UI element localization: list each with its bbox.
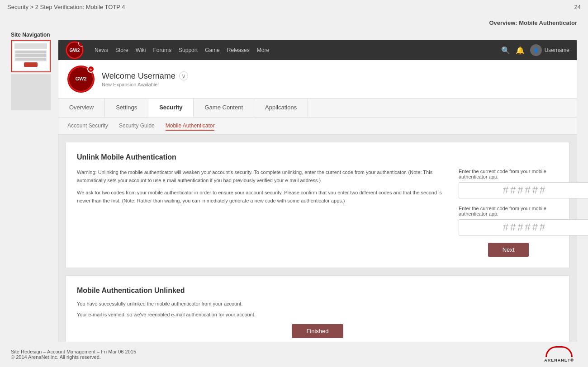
card-left: Warning: Unlinking the mobile authentica…	[77, 169, 444, 257]
thumb-row	[15, 54, 46, 57]
sections-area: Unlink Mobile Authentication Warning: Un…	[58, 135, 577, 364]
unlink-card: Unlink Mobile Authentication Warning: Un…	[66, 142, 569, 268]
thumb-content	[14, 50, 47, 61]
field2-label: Enter the current code from your mobile …	[459, 206, 558, 216]
sub-tab-security-guide[interactable]: Security Guide	[119, 122, 155, 131]
nav-game[interactable]: Game	[205, 47, 220, 53]
nav-wiki[interactable]: Wiki	[136, 47, 146, 53]
footer-line1: Site Redesign – Account Management – Fri…	[11, 349, 136, 354]
sidebar-spacer	[11, 74, 51, 110]
nav-bar: GW2 + News Store Wiki Forums Support Gam…	[58, 40, 577, 60]
code-input-2[interactable]	[459, 219, 588, 235]
nav-user[interactable]: 👤 Username	[530, 44, 569, 56]
tab-applications[interactable]: Applications	[254, 99, 308, 118]
footer: Site Redesign – Account Management – Fri…	[0, 342, 588, 367]
sub-tab-account-security[interactable]: Account Security	[67, 122, 108, 131]
welcome-heading: Welcome Username ∨	[102, 71, 188, 81]
nav-right: 🔍 🔔 👤 Username	[501, 44, 569, 56]
profile-bar: GW2 + Welcome Username ∨ New Expansion A…	[58, 60, 577, 99]
code-input-1[interactable]	[459, 182, 588, 198]
nav-more[interactable]: More	[257, 47, 269, 53]
logo-badge: +	[78, 41, 84, 47]
thumb-row	[15, 58, 46, 61]
nav-releases[interactable]: Releases	[227, 47, 250, 53]
tab-bar: Overview Settings Security Game Content …	[58, 99, 577, 118]
nav-forums[interactable]: Forums	[153, 47, 171, 53]
footer-logo-text: ARENANET®	[544, 358, 574, 362]
tab-game-content[interactable]: Game Content	[194, 99, 254, 118]
footer-logo: ARENANET®	[541, 345, 577, 363]
card-right: Enter the current code from your mobile …	[459, 169, 558, 257]
field-group-1: Enter the current code from your mobile …	[459, 169, 558, 198]
profile-logo: GW2 +	[67, 66, 95, 93]
main-layout: GW2 + News Store Wiki Forums Support Gam…	[0, 40, 588, 367]
profile-chevron[interactable]: ∨	[179, 71, 188, 80]
thumb-row	[15, 51, 46, 53]
thumbnail-inner	[13, 42, 49, 71]
field2-row: ✓	[459, 219, 558, 235]
site-nav-label: Site Navigation	[11, 32, 588, 38]
search-icon[interactable]: 🔍	[501, 46, 510, 55]
next-button[interactable]: Next	[488, 243, 529, 257]
nav-news[interactable]: News	[95, 47, 108, 53]
success-card: Mobile Authentication Unlinked You have …	[66, 275, 569, 349]
right-header: Overview: Mobile Authenticator	[0, 14, 588, 28]
overview-label: Overview: Mobile Authenticator	[489, 19, 577, 26]
username-label: Username	[545, 47, 569, 53]
site-logo[interactable]: GW2 +	[66, 41, 84, 59]
field1-label: Enter the current code from your mobile …	[459, 169, 558, 179]
nav-store[interactable]: Store	[115, 47, 128, 53]
nav-support[interactable]: Support	[179, 47, 198, 53]
tab-settings[interactable]: Settings	[105, 99, 148, 118]
field-group-2: Enter the current code from your mobile …	[459, 206, 558, 235]
thumb-btn	[24, 62, 38, 67]
warning-text: Warning: Unlinking the mobile authentica…	[77, 169, 444, 184]
sidebar	[11, 40, 51, 364]
thumb-header	[14, 43, 47, 49]
notification-icon[interactable]: 🔔	[516, 46, 525, 55]
tab-overview[interactable]: Overview	[58, 99, 105, 118]
footer-text: Site Redesign – Account Management – Fri…	[11, 349, 136, 360]
unlink-title: Unlink Mobile Authentication	[77, 153, 558, 161]
page-number: 24	[574, 4, 581, 10]
welcome-text: Welcome Username	[102, 71, 175, 81]
success-text: You have successfully unlinked the mobil…	[77, 300, 558, 319]
content-area: GW2 + News Store Wiki Forums Support Gam…	[58, 40, 577, 364]
footer-line2: © 2014 ArenaNet Inc. All rights reserved…	[11, 354, 136, 360]
expansion-text: New Expansion Available!	[102, 82, 188, 87]
card-body: Warning: Unlinking the mobile authentica…	[77, 169, 558, 257]
success-title: Mobile Authentication Unlinked	[77, 287, 558, 295]
sub-tab-bar: Account Security Security Guide Mobile A…	[58, 118, 577, 135]
success-text-1: You have successfully unlinked the mobil…	[77, 300, 558, 308]
sidebar-thumbnail[interactable]	[11, 40, 51, 72]
field1-row: ✓	[459, 182, 558, 198]
tab-security[interactable]: Security	[148, 99, 194, 118]
sub-tab-mobile-authenticator[interactable]: Mobile Authenticator	[166, 122, 215, 131]
avatar: 👤	[530, 44, 542, 56]
breadcrumb: Security > 2 Step Verification: Mobile T…	[7, 4, 125, 10]
codes-text: We ask for two codes from your mobile au…	[77, 189, 444, 205]
finished-button[interactable]: Finished	[292, 324, 343, 338]
top-bar: Security > 2 Step Verification: Mobile T…	[0, 0, 588, 14]
profile-info: Welcome Username ∨ New Expansion Availab…	[102, 71, 188, 87]
success-text-2: Your e-mail is verified, so we've reenab…	[77, 311, 558, 319]
nav-links: News Store Wiki Forums Support Game Rele…	[95, 47, 269, 53]
footer-arch	[545, 346, 573, 357]
profile-logo-badge: +	[87, 66, 95, 73]
